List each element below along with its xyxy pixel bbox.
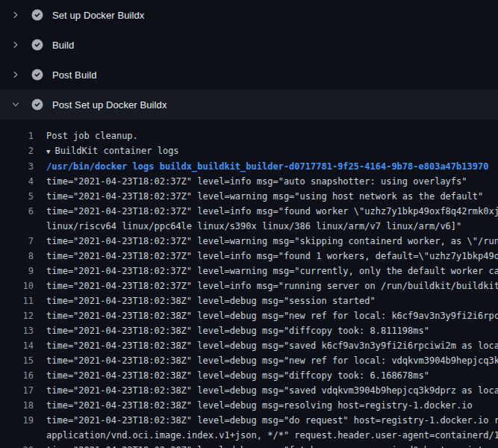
log-area: 1 Post job cleanup. 2 ▼BuildKit containe… <box>0 119 498 448</box>
line-number[interactable] <box>0 428 34 443</box>
line-number[interactable]: 18 <box>0 398 34 413</box>
log-line: 5 time="2021-04-23T18:02:37Z" level=warn… <box>0 189 498 204</box>
log-text: time="2021-04-23T18:02:38Z" level=debug … <box>46 400 473 411</box>
log-content: ▼BuildKit container logs <box>46 143 179 159</box>
chevron-right-icon[interactable] <box>10 9 22 21</box>
check-circle-icon <box>31 9 43 21</box>
check-circle-icon <box>31 99 43 111</box>
log-text: application/vnd.oci.image.index.v1+json,… <box>46 430 498 441</box>
log-content: time="2021-04-23T18:02:37Z" level=info m… <box>46 204 498 219</box>
line-number[interactable]: 16 <box>0 368 34 383</box>
line-number[interactable]: 8 <box>0 249 34 264</box>
line-number[interactable]: 4 <box>0 174 34 189</box>
line-number[interactable]: 1 <box>0 128 34 143</box>
chevron-down-icon[interactable] <box>10 99 22 111</box>
log-line: 7 time="2021-04-23T18:02:37Z" level=warn… <box>0 234 498 249</box>
step-section-label: Build <box>52 40 74 51</box>
log-content: /usr/bin/docker logs buildx_buildkit_bui… <box>46 159 488 174</box>
log-content: time="2021-04-23T18:02:37Z" level=warnin… <box>46 264 498 279</box>
step-section-label: Post Set up Docker Buildx <box>52 99 167 111</box>
log-text: time="2021-04-23T18:02:38Z" level=debug … <box>46 340 498 351</box>
log-text: time="2021-04-23T18:02:37Z" level=info m… <box>46 251 498 261</box>
log-line: 15 time="2021-04-23T18:02:38Z" level=deb… <box>0 353 498 368</box>
chevron-right-icon[interactable] <box>10 39 22 51</box>
log-content: time="2021-04-23T18:02:38Z" level=debug … <box>46 368 429 383</box>
log-text: time="2021-04-23T18:02:37Z" level=warnin… <box>46 191 483 202</box>
line-number[interactable] <box>0 219 34 234</box>
log-line: 2 ▼BuildKit container logs <box>0 143 498 159</box>
step-section-header[interactable]: Build <box>0 30 498 60</box>
log-text: Post job cleanup. <box>46 131 138 141</box>
step-section-label: Post Build <box>52 69 97 81</box>
log-line: 6 time="2021-04-23T18:02:37Z" level=info… <box>0 204 498 219</box>
log-line: 17 time="2021-04-23T18:02:38Z" level=deb… <box>0 383 498 398</box>
log-content: time="2021-04-23T18:02:38Z" level=debug … <box>46 308 498 323</box>
line-number[interactable]: 5 <box>0 189 34 204</box>
log-text: time="2021-04-23T18:02:38Z" level=debug … <box>46 326 429 336</box>
line-number[interactable]: 13 <box>0 323 34 338</box>
log-line: 4 time="2021-04-23T18:02:37Z" level=info… <box>0 174 498 189</box>
line-number[interactable]: 14 <box>0 338 34 353</box>
step-section-label: Set up Docker Buildx <box>52 10 144 21</box>
line-number[interactable]: 2 <box>0 143 34 159</box>
log-line: 20 time="2021-04-23T18:02:38Z" level=deb… <box>0 443 498 448</box>
log-text: BuildKit container logs <box>55 146 178 156</box>
log-text: time="2021-04-23T18:02:37Z" level=info m… <box>46 281 498 291</box>
log-content: time="2021-04-23T18:02:38Z" level=debug … <box>46 443 494 448</box>
log-text: time="2021-04-23T18:02:38Z" level=debug … <box>46 445 494 448</box>
log-text: time="2021-04-23T18:02:37Z" level=info m… <box>46 176 467 187</box>
log-line: linux/riscv64 linux/ppc64le linux/s390x … <box>0 219 498 234</box>
log-text: time="2021-04-23T18:02:38Z" level=debug … <box>46 355 498 366</box>
chevron-right-icon[interactable] <box>10 69 22 81</box>
log-line-list: 1 Post job cleanup. 2 ▼BuildKit containe… <box>0 128 498 448</box>
line-number[interactable]: 9 <box>0 264 34 279</box>
step-section-header[interactable]: Post Set up Docker Buildx <box>0 90 498 119</box>
log-content: time="2021-04-23T18:02:38Z" level=debug … <box>46 413 498 428</box>
line-number[interactable]: 19 <box>0 413 34 428</box>
line-number[interactable]: 6 <box>0 204 34 219</box>
log-line: 8 time="2021-04-23T18:02:37Z" level=info… <box>0 249 498 264</box>
log-text: time="2021-04-23T18:02:38Z" level=debug … <box>46 311 498 321</box>
log-line: 18 time="2021-04-23T18:02:38Z" level=deb… <box>0 398 498 413</box>
step-section-header[interactable]: Set up Docker Buildx <box>0 0 498 30</box>
line-number[interactable]: 12 <box>0 308 34 323</box>
log-content: time="2021-04-23T18:02:38Z" level=debug … <box>46 383 498 398</box>
log-line: 13 time="2021-04-23T18:02:38Z" level=deb… <box>0 323 498 338</box>
line-number[interactable]: 10 <box>0 279 34 293</box>
log-text: time="2021-04-23T18:02:38Z" level=debug … <box>46 415 498 426</box>
log-content: linux/riscv64 linux/ppc64le linux/s390x … <box>46 219 461 234</box>
group-toggle-icon[interactable]: ▼ <box>46 148 50 155</box>
log-text: time="2021-04-23T18:02:38Z" level=debug … <box>46 296 376 306</box>
log-line: 14 time="2021-04-23T18:02:38Z" level=deb… <box>0 338 498 353</box>
log-line: 12 time="2021-04-23T18:02:38Z" level=deb… <box>0 308 498 323</box>
log-content: time="2021-04-23T18:02:37Z" level=info m… <box>46 249 498 264</box>
check-circle-icon <box>31 39 43 51</box>
log-line-command: 3 /usr/bin/docker logs buildx_buildkit_b… <box>0 159 498 174</box>
log-content: time="2021-04-23T18:02:37Z" level=warnin… <box>46 234 498 249</box>
line-number[interactable]: 15 <box>0 353 34 368</box>
log-text: time="2021-04-23T18:02:37Z" level=info m… <box>46 206 498 217</box>
log-line: 16 time="2021-04-23T18:02:38Z" level=deb… <box>0 368 498 383</box>
log-text: linux/riscv64 linux/ppc64le linux/s390x … <box>46 221 461 231</box>
log-line: 19 time="2021-04-23T18:02:38Z" level=deb… <box>0 413 498 428</box>
log-content: time="2021-04-23T18:02:38Z" level=debug … <box>46 293 376 308</box>
check-circle-icon <box>31 69 43 81</box>
log-content: time="2021-04-23T18:02:37Z" level=info m… <box>46 279 498 293</box>
actions-log-viewer: Set up Docker Buildx Build P <box>0 0 498 448</box>
log-text: /usr/bin/docker logs buildx_buildkit_bui… <box>46 161 488 172</box>
log-content: time="2021-04-23T18:02:38Z" level=debug … <box>46 353 498 368</box>
log-content: time="2021-04-23T18:02:38Z" level=debug … <box>46 338 498 353</box>
line-number[interactable]: 20 <box>0 443 34 448</box>
line-number[interactable]: 3 <box>0 159 34 174</box>
line-number[interactable]: 11 <box>0 293 34 308</box>
log-line: application/vnd.oci.image.index.v1+json,… <box>0 428 498 443</box>
line-number[interactable]: 17 <box>0 383 34 398</box>
log-content: time="2021-04-23T18:02:37Z" level=warnin… <box>46 189 483 204</box>
log-text: time="2021-04-23T18:02:38Z" level=debug … <box>46 370 429 381</box>
step-section-header[interactable]: Post Build <box>0 60 498 90</box>
log-text: time="2021-04-23T18:02:37Z" level=warnin… <box>46 236 498 246</box>
log-content: time="2021-04-23T18:02:38Z" level=debug … <box>46 323 429 338</box>
log-text: time="2021-04-23T18:02:37Z" level=warnin… <box>46 266 498 276</box>
log-line: 9 time="2021-04-23T18:02:37Z" level=warn… <box>0 264 498 279</box>
line-number[interactable]: 7 <box>0 234 34 249</box>
